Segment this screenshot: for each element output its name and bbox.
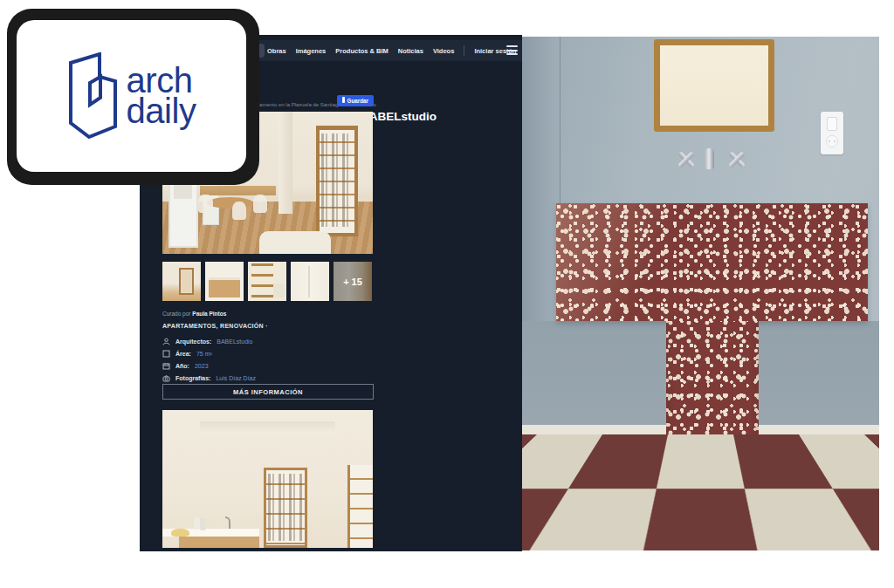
thumbnail-strip: + 15 [162, 262, 374, 301]
architects-icon [162, 338, 170, 345]
thumbnail-1[interactable] [162, 262, 201, 301]
archdaily-wordmark: arch daily [127, 65, 196, 126]
meta-row-photographs: Fotografías: Luis Díaz Díaz [162, 372, 374, 384]
nav-item-productos-bim[interactable]: Productos & BIM [335, 47, 388, 55]
camera-icon [162, 374, 170, 382]
project-metadata: Arquitectos: BABELstudio Área: 75 m² Año… [162, 335, 374, 384]
save-button[interactable]: Guardar [337, 95, 374, 106]
page: Obras Imágenes Productos & BIM Noticias … [0, 0, 894, 588]
nav-item-videos[interactable]: Videos [433, 47, 454, 55]
wordmark-line2: daily [127, 96, 196, 126]
terrazzo-sink-pedestal [666, 321, 759, 476]
nav-item-noticias[interactable]: Noticias [398, 47, 423, 55]
faucet-handle-left [677, 150, 696, 169]
light-switch-outlet [821, 112, 843, 154]
meta-row-area: Área: 75 m² [162, 347, 374, 359]
meta-row-architects: Arquitectos: BABELstudio [162, 335, 374, 347]
thumbnail-4[interactable] [291, 262, 329, 301]
meta-value-link[interactable]: Luis Díaz Díaz [216, 375, 256, 381]
thumbnail-2[interactable] [205, 262, 244, 301]
faucet-handle-right [727, 150, 746, 169]
nav-item-imagenes[interactable]: Imágenes [296, 47, 327, 55]
nav-divider [464, 45, 464, 56]
curator-line: Curado por Paula Pintos [162, 311, 226, 317]
thumbnail-3[interactable] [248, 262, 286, 301]
thumbnail-more[interactable]: + 15 [334, 262, 372, 301]
meta-label: Año: [175, 363, 189, 369]
terrazzo-sink-basin [556, 203, 868, 321]
meta-label: Área: [175, 351, 191, 357]
more-photos-overlay: + 15 [334, 262, 372, 301]
archdaily-logo-card: arch daily [17, 20, 246, 172]
save-button-label: Guardar [347, 98, 369, 104]
folder-icon [342, 99, 345, 103]
meta-label: Fotografías: [175, 375, 210, 381]
meta-value-link[interactable]: 75 m² [196, 351, 212, 357]
secondary-project-photo[interactable] [162, 410, 373, 548]
area-icon [162, 350, 170, 358]
nav-item-obras[interactable]: Obras [267, 47, 286, 55]
calendar-icon [162, 362, 170, 370]
category-links[interactable]: APARTAMENTOS, RENOVACIÓN · [162, 323, 268, 329]
meta-label: Arquitectos: [175, 338, 211, 345]
nav-items: Obras Imágenes Productos & BIM Noticias … [267, 40, 522, 61]
archdaily-logo-icon [67, 52, 118, 140]
menu-icon[interactable] [506, 45, 518, 55]
mirror [654, 39, 774, 132]
bathroom-photo [522, 37, 879, 550]
meta-value-link[interactable]: BABELstudio [217, 338, 252, 345]
kitchen-scene [162, 410, 373, 548]
more-photos-count: + 15 [343, 277, 362, 287]
curator-name[interactable]: Paula Pintos [192, 311, 226, 317]
curator-prefix: Curado por [162, 311, 192, 317]
meta-value-link[interactable]: 2023 [195, 363, 209, 369]
meta-row-year: Año: 2023 [162, 359, 374, 372]
faucet-spout [705, 148, 714, 169]
more-info-button[interactable]: MÁS INFORMACIÓN [162, 384, 374, 400]
